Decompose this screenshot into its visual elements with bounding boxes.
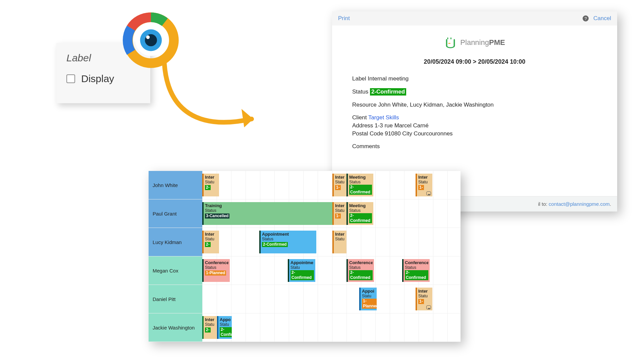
resource-name: Megan Cox: [149, 256, 202, 285]
event-title: Inter: [418, 175, 431, 180]
resource-lane: AppoiStatu 1-PlannedInterStatu 1-: [202, 285, 461, 313]
status-badge: 2-: [205, 242, 211, 247]
event-block[interactable]: AppointmeStatu 2-Confirmed: [288, 259, 315, 282]
cancel-button[interactable]: Cancel: [593, 15, 611, 22]
event-block[interactable]: MeetingStatus 2-Confirmed: [346, 174, 373, 196]
resource-name: John White: [149, 171, 202, 199]
status-badge: 2-Confirmed: [349, 213, 372, 223]
date-range: 20/05/2024 09:00 > 20/05/2024 10:00: [352, 58, 597, 65]
print-dialog-header: Print ? Cancel: [332, 11, 617, 25]
resource-name: Daniel Pitt: [149, 285, 202, 313]
event-title: Conference call: [349, 260, 373, 265]
event-block[interactable]: MeetingStatus 2-Confirmed: [346, 202, 373, 225]
event-title: Inter: [335, 232, 345, 237]
resource-name: Paul Grant: [149, 199, 202, 228]
event-block[interactable]: InterStatu: [332, 231, 346, 253]
field-status: Status 2-Confirmed: [352, 88, 597, 96]
client-link[interactable]: Target Skills: [368, 114, 399, 121]
event-status-row: Statu: [290, 265, 314, 270]
svg-point-4: [146, 36, 150, 39]
field-resource: Resource John White, Lucy Kidman, Jackie…: [352, 102, 597, 108]
resource-row: Lucy KidmanInterStatu 2-AppointmentStatu…: [149, 228, 461, 256]
print-button[interactable]: Print: [338, 15, 350, 22]
help-icon[interactable]: ?: [583, 15, 589, 21]
comment-icon: [426, 191, 431, 195]
event-title: Inter: [335, 175, 345, 180]
event-block[interactable]: InterStatu 1-: [416, 174, 432, 196]
display-label: Display: [81, 73, 114, 84]
event-block[interactable]: Conference callStatus 2-Confirmed: [402, 259, 430, 282]
event-block[interactable]: InterStatu 1-: [416, 288, 432, 310]
arrow-icon: [158, 60, 268, 144]
event-title: Inter: [205, 232, 218, 237]
event-block[interactable]: AppointmentStatus 2-Confirmed: [259, 231, 316, 253]
event-block[interactable]: Conference callStatus 1-Planned: [202, 259, 230, 282]
status-badge: 2-: [205, 185, 211, 190]
event-block[interactable]: AppoiStatu 1-Planned: [359, 288, 377, 310]
event-status-row: Status: [205, 208, 331, 213]
event-status-row: Status: [405, 265, 428, 270]
event-status-row: Status: [349, 265, 373, 270]
print-body: PlanningPME 20/05/2024 09:00 > 20/05/202…: [332, 25, 617, 196]
resource-lane: InterStatu 2-AppoiStatu 2-Confirmed: [202, 313, 461, 342]
event-status-row: Statu: [335, 237, 345, 242]
status-badge: 1-: [335, 185, 341, 190]
status-badge: 2-Confirmed: [370, 88, 406, 96]
resource-row: Daniel PittAppoiStatu 1-PlannedInterStat…: [149, 285, 461, 313]
event-title: Appoi: [220, 317, 230, 322]
event-title: Conference call: [205, 260, 228, 265]
display-row: Display: [66, 73, 140, 84]
planning-grid: John WhiteInterStatu 2-InterStatu 1-Meet…: [149, 171, 461, 342]
event-status-row: Statu: [205, 180, 218, 185]
resource-row: Paul GrantTrainingStatus 3-CancelledInte…: [149, 199, 461, 228]
status-badge: 1-Planned: [362, 299, 377, 309]
status-badge: 2-Confirmed: [262, 242, 288, 247]
resource-row: John WhiteInterStatu 2-InterStatu 1-Meet…: [149, 171, 461, 199]
contact-email-link[interactable]: contact@planningpme.com: [549, 201, 610, 207]
event-title: Meeting: [349, 203, 372, 208]
event-title: Inter: [418, 289, 431, 294]
event-block[interactable]: InterStatu 2-: [202, 231, 219, 253]
resource-lane: TrainingStatus 3-CancelledInterStatu 1-M…: [202, 199, 461, 228]
status-badge: 3-Cancelled: [205, 214, 229, 219]
event-status-row: Status: [349, 208, 372, 213]
event-title: Meeting: [349, 175, 372, 180]
event-status-row: Statu: [205, 237, 218, 242]
resource-row: Megan CoxConference callStatus 1-Planned…: [149, 256, 461, 285]
planningpme-logo-icon: [444, 36, 457, 49]
event-block[interactable]: AppoiStatu 2-Confirmed: [217, 316, 232, 339]
event-block[interactable]: InterStatu 1-: [332, 202, 346, 225]
status-badge: 1-: [418, 185, 424, 190]
event-block[interactable]: InterStatu 2-: [202, 174, 219, 196]
event-title: Training: [205, 203, 331, 208]
comment-icon: [426, 305, 431, 309]
event-title: Appointme: [290, 260, 314, 265]
event-title: Appoi: [362, 289, 375, 294]
event-block[interactable]: Conference callStatus 2-Confirmed: [346, 259, 374, 282]
event-block[interactable]: InterStatu 1-: [332, 174, 346, 196]
event-title: Inter: [335, 203, 345, 208]
event-title: Inter: [205, 175, 218, 180]
event-status-row: Statu: [418, 180, 431, 185]
event-title: Inter: [205, 317, 216, 322]
svg-rect-7: [448, 41, 452, 42]
field-postal: Postal Code 91080 City Courcouronnes: [352, 130, 597, 137]
status-badge: 2-: [205, 327, 211, 333]
event-status-row: Statu: [335, 180, 345, 185]
field-address: Address 1-3 rue Marcel Carné: [352, 122, 597, 129]
event-status-row: Statu: [418, 294, 431, 299]
display-checkbox[interactable]: [66, 74, 75, 83]
resource-lane: Conference callStatus 1-PlannedAppointme…: [202, 256, 461, 285]
event-block[interactable]: TrainingStatus 3-Cancelled: [202, 202, 332, 225]
resource-name: Jackie Washington: [149, 313, 202, 342]
resource-lane: InterStatu 2-InterStatu 1-MeetingStatus …: [202, 171, 461, 199]
status-badge: 1-: [418, 299, 424, 304]
event-status-row: Statu: [362, 294, 375, 299]
field-client: Client Target Skills: [352, 114, 597, 121]
status-badge: 1-Planned: [205, 270, 226, 276]
resource-row: Jackie WashingtonInterStatu 2-AppoiStatu…: [149, 313, 461, 342]
status-badge: 2-Confirmed: [290, 270, 314, 280]
event-status-row: Statu: [205, 322, 216, 327]
svg-rect-5: [447, 38, 448, 40]
event-block[interactable]: InterStatu 2-: [202, 316, 217, 339]
